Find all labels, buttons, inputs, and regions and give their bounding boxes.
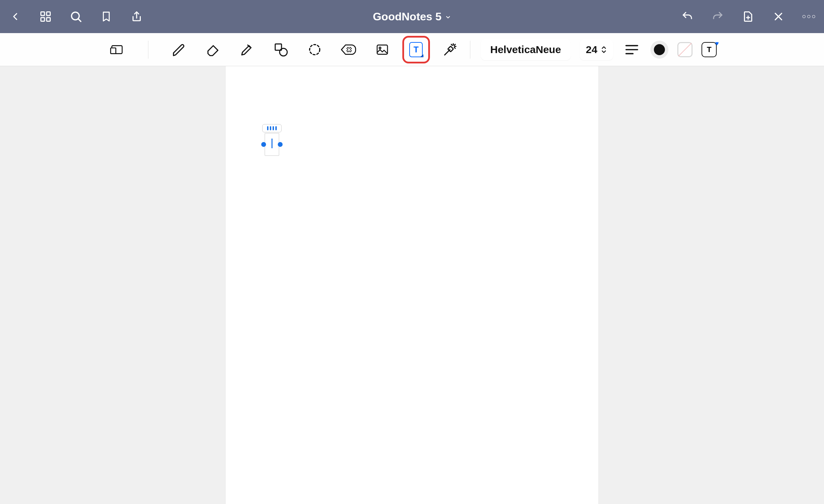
page[interactable] <box>226 66 598 504</box>
grip-bar <box>270 126 271 130</box>
pen-tool[interactable] <box>170 40 189 59</box>
thumbnails-icon[interactable] <box>37 8 54 25</box>
more-icon[interactable] <box>801 8 817 25</box>
svg-line-25 <box>454 47 455 48</box>
heart-badge-icon: ♥ <box>715 40 719 47</box>
resize-handle-left[interactable] <box>261 142 266 147</box>
share-icon[interactable] <box>128 8 145 25</box>
top-nav-left <box>7 8 145 25</box>
image-tool[interactable] <box>373 40 392 59</box>
canvas-area[interactable] <box>0 66 824 504</box>
text-tool[interactable]: T <box>406 40 426 59</box>
zoom-window-tool[interactable] <box>107 40 127 59</box>
text-style-presets-button[interactable]: T ♥ <box>702 42 717 57</box>
svg-rect-2 <box>41 18 45 21</box>
lasso-tool[interactable] <box>305 40 324 59</box>
divider <box>148 41 148 59</box>
svg-rect-14 <box>110 48 116 54</box>
svg-point-10 <box>803 15 805 18</box>
svg-point-19 <box>379 47 381 49</box>
highlighter-tool[interactable] <box>237 40 257 59</box>
chevron-down-icon <box>445 10 451 23</box>
svg-point-17 <box>310 44 320 54</box>
text-background-color-button[interactable] <box>677 42 693 57</box>
bookmark-icon[interactable] <box>98 8 115 25</box>
grip-bar <box>273 126 274 130</box>
eraser-tool[interactable] <box>204 40 223 59</box>
font-selector[interactable]: HelveticaNeue <box>481 39 571 60</box>
active-text-box[interactable] <box>262 125 282 156</box>
svg-line-5 <box>78 19 81 21</box>
grip-bar <box>267 126 268 130</box>
laser-pointer-tool[interactable] <box>440 40 460 59</box>
svg-point-12 <box>812 15 815 18</box>
toolbar: T HelveticaNeue 24 T ♥ <box>0 33 824 66</box>
text-tool-icon: T <box>409 42 423 57</box>
text-cursor <box>272 139 273 148</box>
redo-icon[interactable] <box>709 8 726 25</box>
font-name-label: HelveticaNeue <box>490 44 561 55</box>
stepper-icon <box>601 46 607 54</box>
close-icon[interactable] <box>770 8 787 25</box>
svg-point-16 <box>279 48 287 56</box>
back-icon[interactable] <box>7 8 23 25</box>
top-nav-bar: GoodNotes 5 <box>0 0 824 33</box>
shape-tool[interactable] <box>271 40 291 59</box>
text-style-letter: T <box>707 45 712 54</box>
grip-bar <box>275 126 277 130</box>
svg-rect-3 <box>47 18 50 21</box>
svg-rect-1 <box>47 12 50 16</box>
svg-line-23 <box>454 44 455 45</box>
svg-line-24 <box>451 44 452 45</box>
elements-tool[interactable] <box>339 40 358 59</box>
text-box-drag-handle[interactable] <box>262 124 282 132</box>
svg-point-11 <box>807 15 810 18</box>
document-title: GoodNotes 5 <box>373 10 441 23</box>
text-color-button[interactable] <box>650 41 668 59</box>
resize-handle-right[interactable] <box>278 142 283 147</box>
add-page-icon[interactable] <box>740 8 756 25</box>
font-size-label: 24 <box>586 44 597 56</box>
search-icon[interactable] <box>68 8 84 25</box>
top-nav-right <box>679 8 817 25</box>
paragraph-style-button[interactable] <box>622 40 641 59</box>
font-size-selector[interactable]: 24 <box>580 39 613 60</box>
document-title-area[interactable]: GoodNotes 5 <box>373 10 451 23</box>
undo-icon[interactable] <box>679 8 696 25</box>
divider <box>470 41 470 59</box>
tools-group: T <box>107 40 460 59</box>
color-swatch <box>654 44 665 55</box>
text-tool-letter: T <box>413 45 419 54</box>
text-options-group: HelveticaNeue 24 T ♥ <box>481 39 717 60</box>
svg-rect-0 <box>41 12 45 16</box>
svg-rect-18 <box>377 45 388 54</box>
